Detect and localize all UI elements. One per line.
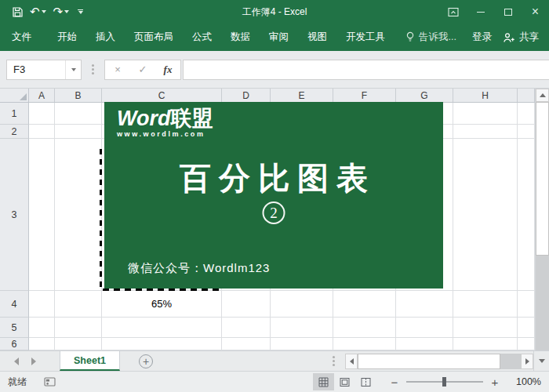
cell-A1[interactable] — [29, 103, 55, 125]
row-header-5[interactable]: 5 — [0, 318, 29, 338]
cell-G5[interactable] — [396, 318, 453, 338]
cell-C6[interactable] — [102, 338, 222, 350]
cell-partial[interactable] — [518, 125, 535, 139]
zoom-in-button[interactable]: + — [486, 376, 504, 389]
zoom-level[interactable]: 100% — [513, 376, 541, 387]
tab-scrollbar-splitter-icon[interactable] — [333, 360, 335, 362]
cell-F6[interactable] — [333, 338, 396, 350]
scroll-up-button[interactable] — [536, 89, 549, 102]
row-header-4[interactable]: 4 — [0, 291, 29, 318]
cell-H3[interactable] — [453, 139, 518, 291]
cell-partial[interactable] — [518, 103, 535, 125]
page-break-preview-button[interactable] — [355, 373, 376, 390]
horizontal-scrollbar-thumb[interactable] — [358, 354, 500, 369]
page-layout-view-button[interactable] — [334, 373, 355, 390]
undo-button[interactable]: ↶ — [27, 3, 49, 20]
cell-partial[interactable] — [518, 291, 535, 318]
tab-developer[interactable]: 开发工具 — [336, 24, 394, 51]
vertical-scrollbar-thumb[interactable] — [536, 102, 549, 256]
tab-file[interactable]: 文件 — [2, 24, 41, 51]
record-macro-button[interactable] — [44, 377, 56, 387]
cell-F5[interactable] — [333, 318, 396, 338]
cell-H5[interactable] — [453, 318, 518, 338]
formula-bar-splitter-icon[interactable] — [92, 68, 94, 71]
cell-partial[interactable] — [518, 139, 535, 291]
cell-G4[interactable] — [396, 291, 453, 318]
cell-H1[interactable] — [453, 103, 518, 125]
tab-insert[interactable]: 插入 — [86, 24, 125, 51]
column-header-A[interactable]: A — [29, 89, 55, 102]
cell-H4[interactable] — [453, 291, 518, 318]
cell-A5[interactable] — [29, 318, 55, 338]
cell-A3[interactable] — [29, 139, 55, 291]
customize-qat-button[interactable] — [74, 3, 86, 20]
cell-D4[interactable] — [222, 291, 271, 318]
ribbon-display-options-button[interactable] — [439, 0, 467, 24]
redo-button[interactable]: ↷ — [51, 3, 72, 20]
cell-B4[interactable] — [55, 291, 102, 318]
column-header-G[interactable]: G — [396, 89, 453, 102]
cell-A6[interactable] — [29, 338, 55, 350]
row-header-3[interactable]: 3 — [0, 139, 29, 291]
column-header-D[interactable]: D — [222, 89, 271, 102]
cell-partial[interactable] — [518, 318, 535, 338]
zoom-slider-thumb[interactable] — [442, 377, 446, 387]
sheet-tab-sheet1[interactable]: Sheet1 — [60, 351, 120, 371]
new-sheet-button[interactable]: + — [139, 354, 153, 368]
minimize-button[interactable] — [467, 0, 494, 24]
column-header-F[interactable]: F — [333, 89, 396, 102]
cell-B6[interactable] — [55, 338, 102, 350]
cancel-formula-button[interactable]: × — [105, 60, 130, 79]
column-header-C[interactable]: C — [102, 89, 222, 102]
cell-C4[interactable]: 65% — [102, 291, 222, 318]
cell-E4[interactable] — [271, 291, 333, 318]
cell-H6[interactable] — [453, 338, 518, 350]
zoom-slider[interactable] — [406, 381, 483, 383]
promo-overlay-image[interactable]: Word联盟 www.wordlm.com 百分比图表 2 微信公众号：Word… — [104, 102, 443, 289]
cell-B3[interactable] — [55, 139, 102, 291]
cell-B1[interactable] — [55, 103, 102, 125]
sign-in-button[interactable]: 登录 — [472, 31, 492, 44]
maximize-button[interactable] — [494, 0, 522, 24]
insert-function-button[interactable]: fx — [155, 60, 180, 79]
zoom-out-button[interactable]: − — [386, 376, 403, 389]
select-all-button[interactable] — [0, 89, 29, 102]
cell-D5[interactable] — [222, 318, 271, 338]
tab-home[interactable]: 开始 — [48, 24, 86, 51]
column-header-B[interactable]: B — [55, 89, 102, 102]
cell-A4[interactable] — [29, 291, 55, 318]
horizontal-scrollbar[interactable] — [345, 351, 533, 371]
name-box[interactable]: F3 — [6, 60, 82, 80]
vertical-scrollbar-track[interactable] — [536, 256, 549, 350]
cell-C5[interactable] — [102, 318, 222, 338]
tab-formulas[interactable]: 公式 — [183, 24, 221, 51]
tell-me-box[interactable]: 告诉我... — [398, 31, 464, 44]
scroll-right-button[interactable] — [521, 354, 533, 369]
cell-E6[interactable] — [271, 338, 333, 350]
cell-E5[interactable] — [271, 318, 333, 338]
tab-data[interactable]: 数据 — [221, 24, 260, 51]
enter-formula-button[interactable]: ✓ — [130, 60, 155, 79]
next-sheet-button[interactable] — [31, 358, 36, 365]
cell-H2[interactable] — [453, 125, 518, 139]
tab-page-layout[interactable]: 页面布局 — [125, 24, 183, 51]
cell-A2[interactable] — [29, 125, 55, 139]
normal-view-button[interactable] — [313, 373, 334, 390]
save-button[interactable] — [10, 3, 25, 20]
horizontal-scrollbar-track[interactable] — [500, 354, 521, 369]
share-button[interactable]: 共享 — [503, 31, 539, 44]
name-box-dropdown-button[interactable] — [65, 60, 81, 79]
column-header-partial[interactable] — [518, 89, 535, 102]
formula-input[interactable] — [183, 60, 549, 80]
row-header-6[interactable]: 6 — [0, 338, 29, 350]
cell-B5[interactable] — [55, 318, 102, 338]
row-header-1[interactable]: 1 — [0, 103, 29, 125]
close-button[interactable]: × — [522, 0, 549, 24]
previous-sheet-button[interactable] — [14, 358, 19, 365]
cell-G6[interactable] — [396, 338, 453, 350]
cell-F4[interactable] — [333, 291, 396, 318]
scroll-left-button[interactable] — [345, 354, 358, 369]
tab-review[interactable]: 审阅 — [260, 24, 298, 51]
vertical-scrollbar[interactable] — [535, 89, 549, 350]
tab-view[interactable]: 视图 — [298, 24, 336, 51]
